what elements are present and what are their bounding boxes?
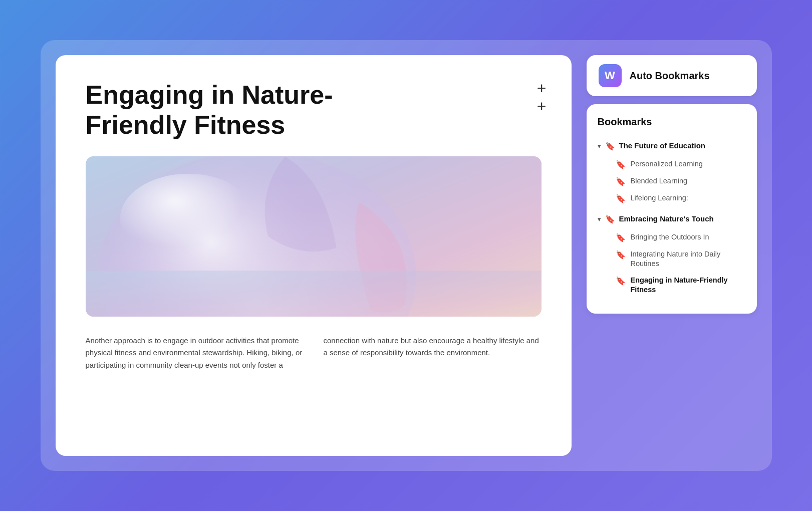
svg-rect-4 (86, 271, 542, 317)
bookmark-integrating-label: Integrating Nature into Daily Routines (631, 249, 746, 269)
app-icon: W (599, 64, 622, 87)
bookmark-education-icon: 🔖 (605, 141, 615, 151)
bookmark-lifelong-icon: 🔖 (616, 194, 626, 203)
bookmark-outdoors-icon: 🔖 (616, 233, 626, 242)
bookmark-blended-icon: 🔖 (616, 177, 626, 186)
sidebar: W Auto Bookmarks Bookmarks ▾ 🔖 The Futur… (587, 55, 757, 314)
bookmark-item-lifelong[interactable]: 🔖 Lifelong Learning: (616, 190, 746, 207)
plus-icon-1[interactable]: + (537, 80, 547, 96)
body-text-right: connection with nature but also encourag… (324, 335, 542, 372)
bookmarks-heading: Bookmarks (598, 116, 746, 128)
bookmark-integrating-icon: 🔖 (616, 250, 626, 260)
bookmark-item-personalized[interactable]: 🔖 Personalized Learning (616, 156, 746, 173)
bookmark-lifelong-label: Lifelong Learning: (631, 193, 688, 203)
bookmarks-panel: Bookmarks ▾ 🔖 The Future of Education 🔖 … (587, 104, 757, 314)
plus-icons-group: + + (537, 80, 547, 114)
bookmark-group-nature-header[interactable]: ▾ 🔖 Embracing Nature's Touch (598, 211, 746, 227)
auto-bookmarks-card: W Auto Bookmarks (587, 55, 757, 96)
bookmark-children-nature: 🔖 Bringing the Outdoors In 🔖 Integrating… (598, 229, 746, 298)
bookmark-fitness-icon: 🔖 (616, 276, 626, 286)
hero-image (86, 156, 542, 317)
main-card: + + Engaging in Nature-Friendly Fitness (56, 55, 572, 456)
app-icon-letter: W (605, 69, 615, 82)
auto-bookmarks-title: Auto Bookmarks (630, 70, 710, 82)
bookmark-personalized-icon: 🔖 (616, 160, 626, 169)
bookmark-personalized-label: Personalized Learning (631, 159, 703, 169)
body-text-container: Another approach is to engage in outdoor… (86, 335, 542, 372)
outer-container: + + Engaging in Nature-Friendly Fitness (41, 40, 772, 471)
plus-icon-2[interactable]: + (537, 98, 547, 114)
chevron-nature-icon: ▾ (598, 215, 601, 223)
chevron-education-icon: ▾ (598, 142, 601, 150)
bookmark-nature-icon: 🔖 (605, 214, 615, 224)
body-text-left: Another approach is to engage in outdoor… (86, 335, 304, 372)
bookmark-outdoors-label: Bringing the Outdoors In (631, 232, 709, 242)
bookmark-blended-label: Blended Learning (631, 176, 688, 186)
bookmark-group-nature: ▾ 🔖 Embracing Nature's Touch 🔖 Bringing … (598, 211, 746, 298)
group-nature-label: Embracing Nature's Touch (619, 214, 714, 224)
bookmark-children-education: 🔖 Personalized Learning 🔖 Blended Learni… (598, 156, 746, 207)
bookmark-item-fitness[interactable]: 🔖 Engaging in Nature-Friendly Fitness (616, 272, 746, 298)
bookmark-item-integrating[interactable]: 🔖 Integrating Nature into Daily Routines (616, 246, 746, 272)
svg-point-3 (120, 173, 256, 265)
bookmark-fitness-label: Engaging in Nature-Friendly Fitness (631, 276, 746, 295)
bookmark-item-blended[interactable]: 🔖 Blended Learning (616, 173, 746, 190)
group-education-label: The Future of Education (619, 141, 706, 151)
bookmark-group-education-header[interactable]: ▾ 🔖 The Future of Education (598, 138, 746, 154)
article-title: Engaging in Nature-Friendly Fitness (86, 80, 386, 140)
bookmark-group-education: ▾ 🔖 The Future of Education 🔖 Personaliz… (598, 138, 746, 207)
bookmark-item-outdoors[interactable]: 🔖 Bringing the Outdoors In (616, 229, 746, 246)
